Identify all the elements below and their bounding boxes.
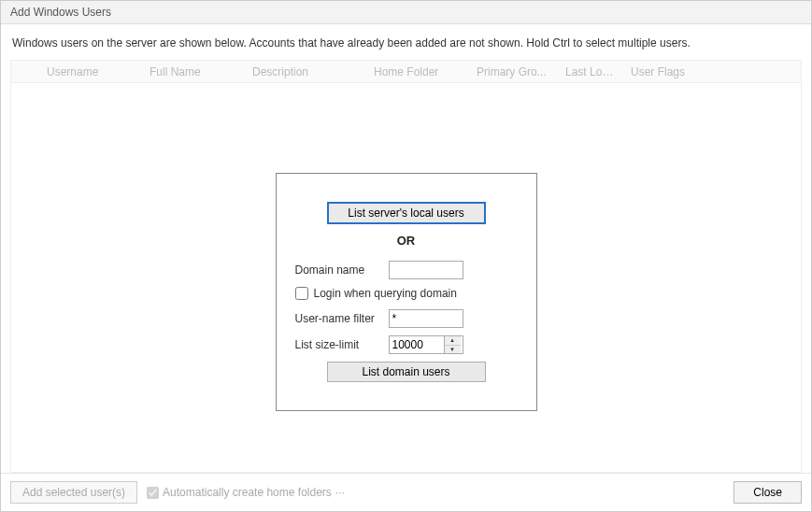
login-querying-checkbox[interactable] (295, 287, 308, 300)
domain-name-row: Domain name (295, 261, 518, 279)
col-header-primarygroup[interactable]: Primary Gro... (469, 65, 558, 78)
spinner-down-button[interactable]: ▼ (445, 346, 461, 354)
list-size-limit-input[interactable] (390, 336, 444, 353)
col-header-userflags[interactable]: User Flags (623, 65, 698, 78)
username-filter-row: User-name filter (295, 309, 518, 328)
window-title: Add Windows Users (10, 6, 111, 19)
auto-create-checkbox[interactable] (147, 487, 159, 499)
table-header-row: Username Full Name Description Home Fold… (11, 61, 801, 83)
list-size-limit-label: List size-limit (295, 338, 381, 351)
list-domain-users-button[interactable]: List domain users (327, 362, 486, 382)
users-table-area: Username Full Name Description Home Fold… (10, 60, 802, 473)
domain-name-input[interactable] (389, 261, 463, 279)
auto-create-dots: ··· (335, 486, 345, 499)
col-header-username[interactable]: Username (39, 65, 142, 78)
or-separator: OR (295, 234, 518, 248)
col-header-description[interactable]: Description (245, 65, 366, 78)
spinner-buttons: ▲ ▼ (444, 336, 461, 353)
list-size-limit-row: List size-limit ▲ ▼ (295, 335, 518, 354)
col-header-lastlogin[interactable]: Last Login (558, 65, 623, 78)
content-area: Windows users on the server are shown be… (1, 24, 811, 473)
login-querying-label: Login when querying domain (314, 287, 457, 300)
titlebar: Add Windows Users (1, 1, 811, 24)
auto-create-wrapper: Automatically create home folders ··· (147, 486, 345, 499)
login-querying-row: Login when querying domain (295, 287, 518, 300)
auto-create-label: Automatically create home folders (163, 486, 332, 499)
add-windows-users-dialog: Add Windows Users Windows users on the s… (0, 0, 812, 512)
list-size-limit-spinner: ▲ ▼ (389, 335, 463, 354)
list-local-users-button[interactable]: List server's local users (327, 202, 486, 224)
username-filter-input[interactable] (389, 309, 463, 328)
col-header-homefolder[interactable]: Home Folder (366, 65, 469, 78)
query-panel: List server's local users OR Domain name… (276, 173, 537, 411)
add-selected-users-button[interactable]: Add selected user(s) (10, 481, 137, 504)
domain-name-label: Domain name (295, 263, 381, 277)
footer-bar: Add selected user(s) Automatically creat… (1, 473, 811, 511)
col-header-fullname[interactable]: Full Name (142, 65, 245, 78)
close-button[interactable]: Close (734, 481, 802, 504)
spinner-up-button[interactable]: ▲ (445, 336, 461, 346)
instructions-text: Windows users on the server are shown be… (10, 34, 802, 52)
username-filter-label: User-name filter (295, 312, 381, 325)
